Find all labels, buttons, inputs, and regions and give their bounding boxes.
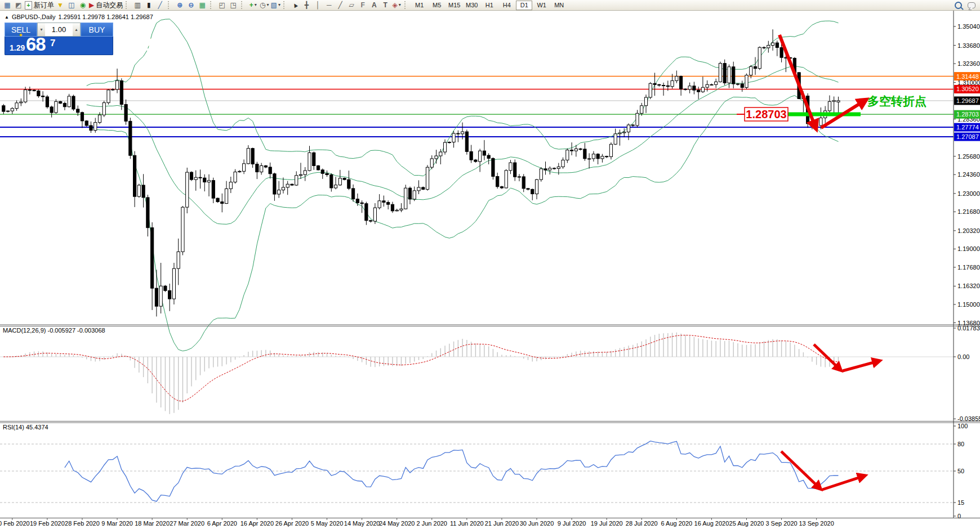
auto-arrange-button[interactable]: ◰ <box>217 1 227 10</box>
timeframe-button-m1[interactable]: M1 <box>411 1 427 10</box>
price-tick-label: 1.24360 <box>957 171 980 178</box>
bollinger-middle-band <box>87 66 839 224</box>
text-label-button[interactable]: T <box>380 1 390 10</box>
horizontal-line-button[interactable]: ─ <box>324 1 334 10</box>
cursor-button[interactable]: ▲ <box>290 1 300 10</box>
timeframe-button-h1[interactable]: H1 <box>481 1 497 10</box>
candle-up <box>832 101 835 102</box>
candle-up <box>238 171 241 172</box>
search-icon[interactable] <box>955 2 962 9</box>
templates-button[interactable]: ▧▾ <box>270 1 280 10</box>
price-tag-label: 1.29687 <box>956 97 979 104</box>
candle-up <box>304 171 306 174</box>
candle-down <box>28 90 31 91</box>
candle-up <box>557 167 560 168</box>
vertical-line-button[interactable]: │ <box>313 1 323 10</box>
rsi-down-arrow <box>781 451 821 489</box>
candle-up <box>771 43 774 45</box>
candle-up <box>107 90 110 103</box>
timeframe-button-d1[interactable]: D1 <box>516 1 532 10</box>
sell-price[interactable]: 1.29 68 7 <box>5 37 59 55</box>
candle-up <box>194 177 197 180</box>
candle-down <box>343 178 346 180</box>
horizontal-lines <box>0 77 954 137</box>
timeframe-button-m15[interactable]: M15 <box>446 1 462 10</box>
candle-down <box>596 154 599 159</box>
autotrading-button[interactable]: ▶自动交易 <box>89 1 123 10</box>
buy-button[interactable]: BUY <box>81 23 113 37</box>
collapse-arrow-icon[interactable]: ▲ <box>5 15 9 20</box>
candle-down <box>579 149 582 149</box>
candle-down <box>408 188 411 199</box>
toolbar-separator <box>210 1 214 9</box>
candle-up <box>234 172 237 182</box>
timeframe-button-h4[interactable]: H4 <box>498 1 515 10</box>
date-label: 25 Aug 2020 <box>729 520 764 527</box>
chat-icon[interactable] <box>968 2 975 8</box>
zoom-out-button[interactable]: ⊖ <box>186 1 196 10</box>
candle-down <box>684 89 687 89</box>
volume-input[interactable] <box>45 23 73 36</box>
tick-chart-icon: ◩ <box>15 1 21 10</box>
timeframe-button-mn[interactable]: MN <box>551 1 567 10</box>
rsi-tick-label: 100 <box>957 423 968 429</box>
dropdown-arrow-icon: ▾ <box>266 1 269 10</box>
periods-button[interactable]: ◷▾ <box>259 1 269 10</box>
buy-price[interactable]: 1.29 72 3 <box>59 37 114 55</box>
macd-tick-label: 0.00 <box>957 353 969 360</box>
trendline-button[interactable]: ╱ <box>335 1 345 10</box>
zoom-in-button[interactable]: ⊕ <box>175 1 185 10</box>
channel-button[interactable]: ▱ <box>346 1 357 10</box>
price-tick-label: 1.25680 <box>957 153 980 160</box>
candle-down <box>754 66 756 68</box>
timeframe-button-m30[interactable]: M30 <box>464 1 480 10</box>
timeframe-button-m5[interactable]: M5 <box>429 1 445 10</box>
date-label: 21 Jun 2020 <box>485 520 519 527</box>
candle-down <box>81 113 83 121</box>
tick-chart-button[interactable]: ◩ <box>14 1 24 10</box>
metaeditor-button[interactable]: ▼ <box>55 1 65 10</box>
crosshair-button[interactable]: ╋ <box>301 1 311 10</box>
chart-window-button[interactable]: ▦ <box>2 1 12 10</box>
candle-down <box>313 153 315 165</box>
date-label: 3 Sep 2020 <box>765 520 797 527</box>
periods-icon: ◷ <box>260 1 265 10</box>
autotrading-label: 自动交易 <box>96 1 123 10</box>
candle-down <box>326 173 328 174</box>
timeframe-button-w1[interactable]: W1 <box>533 1 550 10</box>
line-chart-icon: ╱ <box>158 1 162 10</box>
metaeditor-icon: ▼ <box>57 1 64 10</box>
arrows-button[interactable]: ◈▾ <box>391 1 402 10</box>
candle-up <box>535 180 538 194</box>
bar-chart-button[interactable]: ▥ <box>132 1 142 10</box>
price-tag-label: 1.31448 <box>956 73 979 80</box>
rsi-tick-label: 80 <box>957 441 964 447</box>
candle-down <box>605 156 608 157</box>
candle-down <box>369 221 372 221</box>
date-label: 10 Feb 2020 <box>0 520 30 527</box>
text-button[interactable]: A <box>369 1 379 10</box>
candlestick-chart-button[interactable]: ▮ <box>144 1 154 10</box>
candle-down <box>146 198 149 228</box>
volume-increase-button[interactable]: ▴ <box>73 23 80 36</box>
candle-up <box>767 46 770 48</box>
candle-up <box>115 80 118 89</box>
tile-windows-button[interactable]: ▦ <box>197 1 207 10</box>
candle-up <box>378 201 381 208</box>
new-order-button[interactable]: +新订单 <box>25 1 54 10</box>
market-watch-icon: ◫ <box>68 1 74 10</box>
candle-down <box>348 180 350 189</box>
signals-button[interactable]: ◉ <box>78 1 88 10</box>
indicators-add-button[interactable]: +▾ <box>248 1 258 10</box>
chart-canvas[interactable]: 1.350401.336801.323601.310001.283601.256… <box>0 0 980 529</box>
macd-tick-label: 0.017833 <box>957 325 980 331</box>
symbol-name: GBPUSD-,Daily <box>12 14 56 20</box>
fibonacci-button[interactable]: F <box>358 1 368 10</box>
candle-up <box>137 185 140 196</box>
candle-up <box>417 187 420 191</box>
rsi-up-arrow <box>822 476 865 490</box>
line-chart-button[interactable]: ╱ <box>155 1 165 10</box>
market-watch-button[interactable]: ◫ <box>66 1 77 10</box>
autotrading-icon: ▶ <box>89 1 94 10</box>
track-chart-button[interactable]: ◳ <box>228 1 238 10</box>
